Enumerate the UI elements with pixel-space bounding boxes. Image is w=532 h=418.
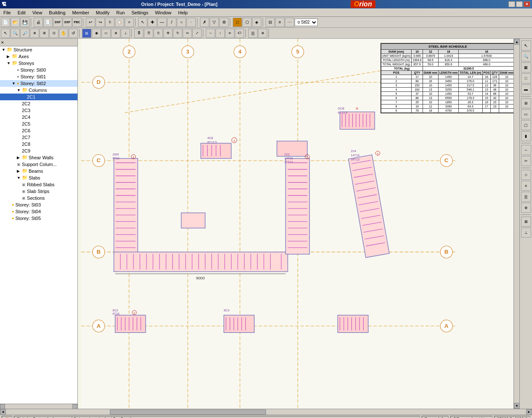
tb-scale[interactable]: ⤢ [192, 29, 202, 38]
rp-wall-btn[interactable]: ▮ [521, 131, 531, 141]
tb-undo[interactable]: ↩ [86, 18, 95, 27]
tb-save[interactable]: 💾 [20, 18, 29, 27]
menu-building[interactable]: Building [45, 8, 69, 16]
tb-redo[interactable]: ↪ [96, 18, 105, 27]
tb-grid2[interactable]: ⊞ [82, 29, 91, 38]
tb-filter[interactable]: ▽ [210, 18, 219, 27]
tree-axes[interactable]: ▶ 📁 Axes [0, 53, 77, 60]
tree-st02[interactable]: ▼ ● Storey: St02 [0, 80, 77, 87]
tree-2c1[interactable]: 2C1 [0, 94, 77, 100]
rp-zoom-btn[interactable]: 🔍 [521, 51, 531, 62]
menu-settings[interactable]: Settings [128, 8, 152, 16]
tb-layers[interactable]: ≡ [275, 18, 285, 27]
rp-beam-btn[interactable]: ▭ [521, 109, 531, 119]
tree-2c5[interactable]: 2C5 [0, 121, 77, 127]
tb-print[interactable]: 🖨 [34, 18, 43, 27]
tb-paste-ref[interactable]: 📋 [115, 18, 124, 27]
tree-ribbed-slabs[interactable]: ▣ Ribbed Slabs [0, 181, 77, 188]
tb-pointer[interactable]: ↖ [138, 18, 147, 27]
menu-run[interactable]: Run [113, 8, 128, 16]
rp-grid-btn[interactable]: ⊹ [521, 170, 531, 180]
tb-zoom-win[interactable]: ⊞ [40, 29, 49, 38]
tb-rect2[interactable]: ▭ [101, 29, 111, 38]
tb-filter2[interactable]: ⊟ [266, 18, 275, 27]
vscroll-up-btn[interactable]: ▲ [514, 39, 519, 45]
tree-columns[interactable]: ▼ 📁 Columns [0, 87, 77, 94]
tb-bar-detail[interactable]: ≣ [134, 29, 144, 38]
tree-2c6[interactable]: 2C6 [0, 127, 77, 134]
menu-file[interactable]: File [0, 8, 14, 16]
tb-section[interactable]: ⊕ [258, 29, 267, 38]
tb-open[interactable]: 📂 [11, 18, 20, 27]
canvas-area[interactable]: 2 3 4 5 D C B A D C B A [78, 39, 519, 409]
tree-slabs[interactable]: ▼ 📁 Slabs [0, 174, 77, 181]
tb-zoom-sel[interactable]: ⊡ [49, 29, 59, 38]
tb-pbc[interactable]: PBC [72, 18, 82, 27]
tb-more[interactable]: ⋯ [285, 18, 294, 27]
tb-copy2[interactable]: ⎘ [154, 29, 163, 38]
storey-selector[interactable]: o St02 o St01 o St03 [295, 19, 318, 26]
tree-sections[interactable]: ▣ Sections [0, 195, 77, 201]
vscroll-down-btn[interactable]: ▼ [514, 403, 519, 409]
tree-2c3[interactable]: 2C3 [0, 107, 77, 114]
hscroll-right-btn[interactable]: ► [526, 409, 532, 415]
tb-dim2[interactable]: ↕ [215, 29, 225, 38]
tb-move[interactable]: ✜ [163, 29, 173, 38]
tb-zoom-out[interactable]: 🔎 [20, 29, 29, 38]
tb-delete[interactable]: ✗ [200, 18, 209, 27]
tb-dim1[interactable]: ↔ [206, 29, 215, 38]
menu-view[interactable]: View [29, 8, 46, 16]
tree-2c8[interactable]: 2C8 [0, 141, 77, 147]
tree-slab-strips[interactable]: ▣ Slab Strips [0, 188, 77, 195]
rp-slab-btn[interactable]: ▢ [521, 120, 531, 130]
rp-plan-btn[interactable]: □ [521, 73, 531, 83]
rp-detail-btn[interactable]: ⊕ [521, 203, 531, 213]
menu-modify[interactable]: Modify [93, 8, 113, 16]
rp-dim-btn[interactable]: ↔ [521, 145, 531, 155]
tree-st00[interactable]: ● Storey: St00 [0, 67, 77, 73]
tb-list[interactable]: ☰ [144, 29, 153, 38]
tb-copy-ref[interactable]: ⎘ [105, 18, 114, 27]
rp-section-btn[interactable]: ✂ [521, 156, 531, 166]
tree-st04[interactable]: ● Storey: St04 [0, 208, 77, 215]
tree-2c9[interactable]: 2C9 [0, 147, 77, 154]
vscroll[interactable]: ▲ ▼ [513, 39, 519, 409]
tb-pan[interactable]: ✋ [59, 29, 68, 38]
hscroll-left-btn[interactable]: ◄ [0, 409, 6, 415]
minimize-button[interactable]: _ [508, 1, 515, 7]
tree-st03[interactable]: ● Storey: St03 [0, 201, 77, 208]
tb-rect[interactable]: □ [233, 18, 242, 27]
tb-flip[interactable]: ⇔ [183, 29, 192, 38]
tb-rotate[interactable]: ↻ [173, 29, 182, 38]
rp-ortho-btn[interactable]: ⊥ [521, 228, 531, 238]
tree-storeys[interactable]: ▼ 📁 Storeys [0, 60, 77, 67]
tb-snap[interactable]: ⊕ [111, 29, 120, 38]
tree-support-col[interactable]: ▣ Support Colum... [0, 161, 77, 168]
rp-snap-btn[interactable]: ⊠ [521, 217, 531, 227]
maximize-button[interactable]: □ [516, 1, 523, 7]
tree-st01[interactable]: ● Storey: St01 [0, 73, 77, 80]
tb-refresh[interactable]: ↺ [69, 29, 78, 38]
tb-zoom-all[interactable]: ⊕ [30, 29, 39, 38]
tb-new[interactable]: 📄 [1, 18, 10, 27]
tb-shape1[interactable]: ⬡ [242, 18, 252, 27]
tb-minus[interactable]: — [157, 18, 167, 27]
rp-3d-btn[interactable]: ▦ [521, 62, 531, 72]
close-button[interactable]: ✕ [524, 1, 530, 7]
tree-2c4[interactable]: 2C4 [0, 114, 77, 121]
menu-help[interactable]: Help [175, 8, 191, 16]
tree-2c2[interactable]: 2C2 [0, 100, 77, 107]
rp-bar-btn[interactable]: ||| [521, 192, 531, 202]
tree-2c7[interactable]: 2C7 [0, 134, 77, 141]
tree-st05[interactable]: ● Storey: St05 [0, 215, 77, 222]
menu-edit[interactable]: Edit [14, 8, 29, 16]
tb-dim3[interactable]: ⊳ [225, 29, 234, 38]
tb-print2[interactable]: 📑 [43, 18, 53, 27]
tb-dxf2[interactable]: DXF [63, 18, 72, 27]
tb-zoom-in[interactable]: 🔍 [11, 29, 20, 38]
tree-root-structure[interactable]: ▼ 📁 Structure [0, 46, 77, 53]
tree-beams[interactable]: ▶ 📁 Beams [0, 168, 77, 174]
tb-shape2[interactable]: ◈ [252, 18, 261, 27]
menu-member[interactable]: Member [69, 8, 93, 16]
rp-col-btn[interactable]: ⊞ [521, 98, 531, 108]
